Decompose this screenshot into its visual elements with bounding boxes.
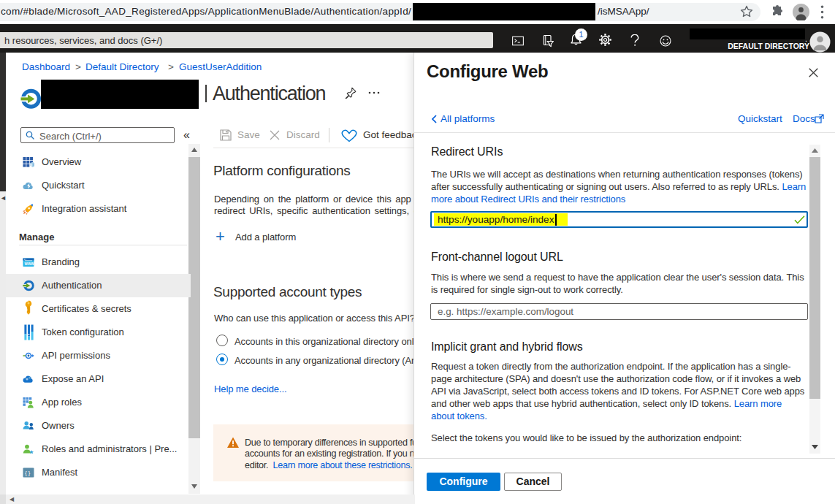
svg-text:WWW: WWW	[25, 262, 34, 266]
svg-text:{ }: { }	[25, 470, 31, 476]
